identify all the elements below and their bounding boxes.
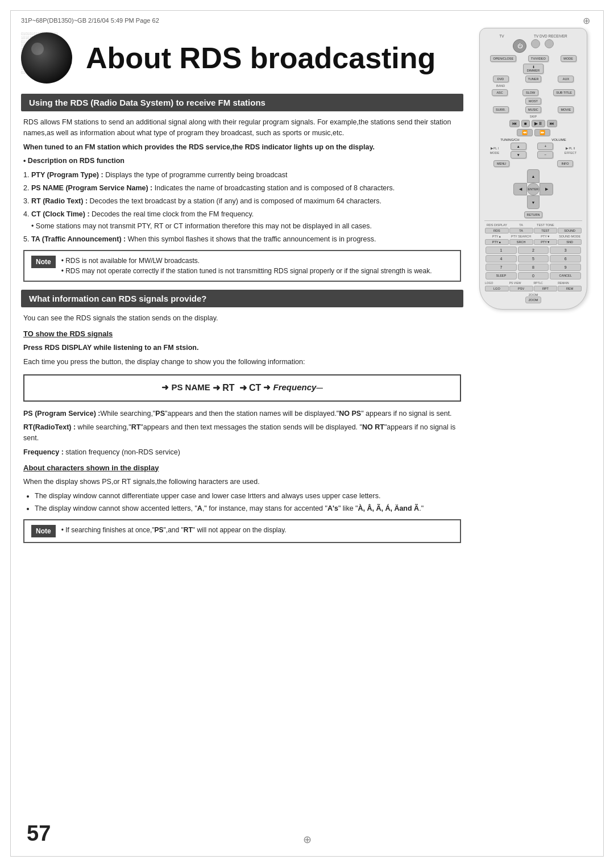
pl1-label: ▶PL I — [491, 147, 499, 150]
open-close-button[interactable]: OPEN/CLOSE — [490, 55, 516, 62]
header-bar: 31P~68P(DB1350)~GB 2/16/04 5:49 PM Page … — [11, 11, 603, 28]
ta-button[interactable]: TA — [509, 228, 533, 233]
pty-button-row: PTY▲ SRCH PTY▼ SND — [485, 239, 582, 245]
enter-button[interactable]: ENTER — [527, 183, 540, 195]
info-button[interactable]: INFO — [557, 160, 573, 167]
slow-button[interactable]: SLOW — [522, 89, 538, 96]
num-6[interactable]: 6 — [550, 255, 581, 262]
skip-label: SKIP — [484, 115, 582, 118]
aux-button[interactable]: AUX — [558, 76, 574, 82]
section1-intro: RDS allows FM stations to send an additi… — [23, 117, 461, 139]
dpad-up[interactable]: ▲ — [527, 169, 540, 183]
list-item: The display window cannot show accented … — [35, 503, 461, 514]
sound-edit-button[interactable]: SOUND — [558, 228, 582, 233]
section1-header: Using the RDS (Radio Data System) to rec… — [21, 94, 463, 111]
bottom-crosshair-icon: ⊕ — [303, 833, 312, 846]
num-7[interactable]: 7 — [486, 264, 517, 271]
cancel-button[interactable]: CANCEL — [550, 272, 581, 279]
pty-up-button[interactable]: PTY▲ — [485, 239, 509, 245]
tv-video-button[interactable]: TV/VIDEO — [528, 55, 549, 62]
section2-note: Note • If searching finishes at once,"PS… — [23, 519, 461, 543]
rptlc-button[interactable]: RPT — [534, 286, 558, 291]
signal-freq: ➜ Frequency — [263, 381, 316, 394]
chars-intro: When the display shows PS,or RT signals,… — [23, 477, 461, 487]
surr-row: SURR. MUSIC MOVIE — [484, 106, 582, 113]
ps-text: PS (Program Service) :While searching,"P… — [23, 408, 461, 419]
most-button[interactable]: MOST — [525, 98, 541, 105]
movie-button[interactable]: MOVIE — [558, 106, 574, 113]
next-button[interactable]: ⏭ — [547, 120, 557, 127]
section2-header: What information can RDS signals provide… — [21, 290, 463, 307]
menu-button[interactable]: MENU — [493, 160, 509, 167]
play-pause-button[interactable]: ▶⏸ — [532, 120, 545, 127]
rptlc-label: RPTLC — [534, 281, 558, 285]
sleep-button[interactable]: SLEEP — [486, 272, 517, 279]
surr-button[interactable]: SURR. — [493, 106, 509, 113]
dpad-right[interactable]: ▶ — [540, 183, 553, 195]
pty-down-button[interactable]: PTY▼ — [534, 239, 558, 245]
num-4[interactable]: 4 — [486, 255, 517, 262]
source-row3: BAND — [484, 84, 582, 87]
vol-down-button[interactable]: − — [537, 151, 553, 158]
num-3[interactable]: 3 — [550, 247, 581, 254]
num-9[interactable]: 9 — [550, 264, 581, 271]
left-column: 010101010101010101 101010101010101010 01… — [21, 28, 463, 551]
dimmer-button[interactable]: ⬇ DIMMER — [523, 64, 544, 74]
mode-button[interactable]: MODE — [561, 55, 576, 62]
rds-display-button[interactable]: RDS — [485, 228, 509, 233]
num-1[interactable]: 1 — [486, 247, 517, 254]
num-2[interactable]: 2 — [518, 247, 549, 254]
effect-label: EFFECT — [565, 151, 576, 155]
remain-button[interactable]: REM — [558, 286, 582, 291]
note2-label: Note — [31, 525, 56, 537]
section1-body: RDS allows FM stations to send an additi… — [21, 117, 463, 282]
speaker-icon — [21, 32, 72, 84]
vol-up-button[interactable]: + — [537, 143, 553, 150]
circle-button2[interactable] — [545, 39, 554, 48]
ch-down-button[interactable]: ▼ — [511, 151, 526, 158]
open-close-row: OPEN/CLOSE TV/VIDEO MODE — [484, 55, 582, 62]
logo-button[interactable]: LGO — [485, 286, 509, 291]
dpad-down[interactable]: ▼ — [527, 195, 540, 209]
ps-view-label: PS VIEW — [509, 281, 533, 285]
list-item: RT (Radio Text) : Decodes the text broad… — [31, 196, 461, 206]
sub-heading-chars: About characters shown in the display — [23, 462, 461, 474]
subtitle-button[interactable]: SUB TITLE — [553, 89, 575, 96]
pty-search-button[interactable]: SRCH — [509, 239, 533, 245]
return-button[interactable]: RETURN — [524, 211, 543, 218]
note1-label: Note — [31, 256, 56, 268]
numpad: 1 2 3 4 5 6 7 8 9 SLEEP 0 CANCEL — [486, 247, 581, 279]
music-button[interactable]: MUSIC — [525, 106, 541, 113]
zoom-button[interactable]: ZOOM — [525, 297, 541, 303]
test-tone-button[interactable]: TEST — [534, 228, 558, 233]
tuning-row: TUNING/CH VOLUME — [484, 138, 582, 141]
num-8[interactable]: 8 — [518, 264, 549, 271]
section1-bold: When tuned to an FM station which provid… — [23, 142, 461, 153]
sound-mode-button[interactable]: SND — [558, 239, 582, 245]
stop-button[interactable]: ■ — [521, 120, 530, 127]
source-row2: DVD TUNER AUX — [484, 76, 582, 82]
circle-button1[interactable] — [531, 39, 540, 48]
dpad-left[interactable]: ◀ — [513, 183, 527, 195]
num-0[interactable]: 0 — [518, 272, 549, 279]
dvd-button[interactable]: DVD — [493, 76, 509, 82]
num-5[interactable]: 5 — [518, 255, 549, 262]
ta-label: TA — [509, 223, 533, 227]
power-button[interactable]: ⏻ — [513, 39, 526, 53]
pl2-label: ▶PL II — [566, 147, 575, 150]
press-text: Press RDS DISPLAY while listening to an … — [23, 343, 461, 353]
power-row: ⏻ — [484, 39, 582, 53]
fwd-button[interactable]: ⏩ — [534, 129, 550, 136]
prev-button[interactable]: ⏮ — [509, 120, 520, 127]
rew-button[interactable]: ⏪ — [517, 129, 533, 136]
tuning-vol-row: ▶PL I MODE ▲ ▼ + − ▶PL II EFFECT — [484, 143, 582, 158]
page-number: 57 — [27, 821, 51, 846]
pty-label-row: PTY▲ PTY SEARCH PTY▼ SOUND MODE — [485, 235, 582, 238]
ch-up-button[interactable]: ▲ — [511, 143, 526, 150]
transport-row: ⏮ ■ ▶⏸ ⏭ — [484, 120, 582, 127]
title-section: 010101010101010101 101010101010101010 01… — [21, 32, 463, 84]
tuner-button[interactable]: TUNER — [525, 76, 542, 82]
asc-button[interactable]: ASC — [492, 89, 508, 96]
ps-view-button[interactable]: PSV — [509, 286, 533, 291]
rt-text: RT(RadioText) : while searching,"RT"appe… — [23, 422, 461, 444]
